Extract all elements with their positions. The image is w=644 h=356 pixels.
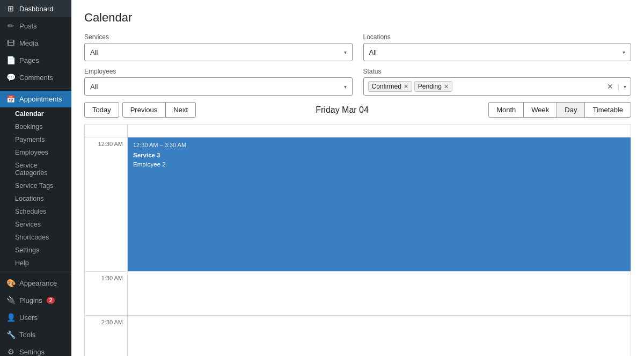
sidebar-item-locations[interactable]: Locations xyxy=(0,192,71,205)
sidebar-item-service-categories[interactable]: Service Categories xyxy=(0,159,71,179)
sidebar-item-plugins[interactable]: 🔌 Plugins 2 xyxy=(0,292,71,309)
appointments-submenu: Calendar Bookings Payments Employees Ser… xyxy=(0,107,71,270)
sidebar-item-services[interactable]: Services xyxy=(0,218,71,231)
appointment-block[interactable]: 12:30 AM – 3:30 AM Service 3 Employee 2 xyxy=(128,137,631,271)
main-content: Calendar Services All ▾ Locations All ▾ xyxy=(71,0,644,356)
sidebar-item-help[interactable]: Help xyxy=(0,257,71,270)
sidebar-item-payments[interactable]: Payments xyxy=(0,133,71,146)
view-timetable-button[interactable]: Timetable xyxy=(584,102,631,118)
today-button[interactable]: Today xyxy=(84,102,119,118)
chevron-down-icon: ▾ xyxy=(623,49,625,55)
page-title: Calendar xyxy=(84,11,631,25)
appointment-service: Service 3 xyxy=(133,151,625,160)
sidebar-item-label: Tools xyxy=(19,331,35,339)
sidebar-item-users[interactable]: 👤 Users xyxy=(0,309,71,326)
appointments-label: Appointments xyxy=(19,95,62,103)
pages-icon: 📄 xyxy=(6,56,15,64)
next-button[interactable]: Next xyxy=(165,102,196,118)
time-1230: 12:30 AM xyxy=(85,137,128,271)
tag-pending-remove[interactable]: ✕ xyxy=(444,83,449,90)
calendar-nav: Today Previous Next xyxy=(84,102,196,118)
view-day-button[interactable]: Day xyxy=(557,102,585,118)
tag-pending-label: Pending xyxy=(418,83,442,90)
calendar-date: Friday Mar 04 xyxy=(196,105,488,115)
sidebar-item-label: Comments xyxy=(19,74,53,82)
locations-filter-group: Locations All ▾ xyxy=(363,33,632,61)
employees-label: Employees xyxy=(84,68,353,75)
sidebar-item-comments[interactable]: 💬 Comments xyxy=(0,69,71,86)
cal-row-130: 1:30 AM xyxy=(85,272,631,316)
sidebar-item-label: Pages xyxy=(19,56,39,64)
cal-day-header xyxy=(128,125,631,137)
chevron-down-icon: ▾ xyxy=(624,84,626,90)
locations-select[interactable]: All ▾ xyxy=(363,43,632,61)
cal-cell-1230[interactable]: 12:30 AM – 3:30 AM Service 3 Employee 2 xyxy=(128,137,631,271)
cal-cell-130 xyxy=(128,272,631,315)
media-icon: 🎞 xyxy=(6,39,15,47)
cal-time-header xyxy=(85,125,128,137)
services-value: All xyxy=(90,48,98,56)
tools-icon: 🔧 xyxy=(6,330,15,339)
chevron-down-icon: ▾ xyxy=(344,84,347,90)
services-select[interactable]: All ▾ xyxy=(84,43,353,61)
sidebar-item-employees[interactable]: Employees xyxy=(0,146,71,159)
services-label: Services xyxy=(84,33,353,41)
locations-label: Locations xyxy=(363,33,632,41)
appointments-icon: 📅 xyxy=(6,95,15,103)
sidebar-item-appointments[interactable]: 📅 Appointments xyxy=(0,91,71,107)
appointment-time: 12:30 AM – 3:30 AM xyxy=(133,141,625,150)
tag-confirmed-label: Confirmed xyxy=(372,83,401,90)
view-buttons: Month Week Day Timetable xyxy=(488,102,631,118)
sidebar-item-label: Dashboard xyxy=(19,5,54,13)
previous-button[interactable]: Previous xyxy=(122,102,166,118)
sidebar-item-media[interactable]: 🎞 Media xyxy=(0,34,71,52)
status-select[interactable]: Confirmed ✕ Pending ✕ ✕ | ▾ xyxy=(363,77,632,96)
sidebar-item-bookings[interactable]: Bookings xyxy=(0,120,71,133)
calendar-grid: 12:30 AM 12:30 AM – 3:30 AM Service 3 Em… xyxy=(84,124,631,356)
sidebar-item-label: Users xyxy=(19,314,38,322)
sidebar-item-tools[interactable]: 🔧 Tools xyxy=(0,326,71,343)
status-label: Status xyxy=(363,68,632,75)
sidebar-item-appearance[interactable]: 🎨 Appearance xyxy=(0,274,71,292)
employees-select[interactable]: All ▾ xyxy=(84,77,353,96)
sidebar-item-settings-bottom[interactable]: ⚙ Settings xyxy=(0,343,71,356)
view-week-button[interactable]: Week xyxy=(523,102,557,118)
sidebar-divider-2 xyxy=(0,272,71,272)
services-filter-group: Services All ▾ xyxy=(84,33,353,61)
appearance-icon: 🎨 xyxy=(6,279,15,287)
sidebar-item-posts[interactable]: ✏ Posts xyxy=(0,17,71,34)
sidebar-item-label: Plugins xyxy=(19,296,42,304)
tag-confirmed-remove[interactable]: ✕ xyxy=(404,83,408,90)
sidebar-item-label: Media xyxy=(19,39,38,47)
employees-value: All xyxy=(90,83,98,91)
calendar-toolbar: Today Previous Next Friday Mar 04 Month … xyxy=(84,102,631,124)
appointment-employee: Employee 2 xyxy=(133,160,625,169)
sidebar-item-settings[interactable]: Settings xyxy=(0,244,71,257)
plugins-icon: 🔌 xyxy=(6,296,15,304)
view-month-button[interactable]: Month xyxy=(488,102,524,118)
posts-icon: ✏ xyxy=(6,21,15,30)
sidebar-item-calendar[interactable]: Calendar xyxy=(0,107,71,120)
status-controls: ✕ | ▾ xyxy=(607,82,626,91)
sidebar-item-pages[interactable]: 📄 Pages xyxy=(0,52,71,69)
status-tags: Confirmed ✕ Pending ✕ xyxy=(368,81,604,92)
dashboard-icon: ⊞ xyxy=(6,4,15,13)
sidebar-item-schedules[interactable]: Schedules xyxy=(0,205,71,218)
time-230: 2:30 AM xyxy=(85,316,128,356)
sidebar-item-label: Settings xyxy=(19,348,45,356)
chevron-down-icon: ▾ xyxy=(344,49,347,55)
tag-confirmed: Confirmed ✕ xyxy=(368,81,412,92)
status-divider: | xyxy=(618,83,619,91)
cal-row-230: 2:30 AM xyxy=(85,316,631,356)
employees-filter-group: Employees All ▾ xyxy=(84,68,353,96)
cal-header-row xyxy=(85,125,631,137)
sidebar-item-shortcodes[interactable]: Shortcodes xyxy=(0,231,71,244)
comments-icon: 💬 xyxy=(6,73,15,82)
filters-row-2: Employees All ▾ Status Confirmed ✕ xyxy=(84,68,631,96)
tag-pending: Pending ✕ xyxy=(414,81,452,92)
sidebar-item-service-tags[interactable]: Service Tags xyxy=(0,179,71,192)
sidebar-item-dashboard[interactable]: ⊞ Dashboard xyxy=(0,0,71,17)
plugins-badge: 2 xyxy=(47,297,55,304)
settings-icon: ⚙ xyxy=(6,347,15,356)
status-clear-icon[interactable]: ✕ xyxy=(607,82,613,91)
